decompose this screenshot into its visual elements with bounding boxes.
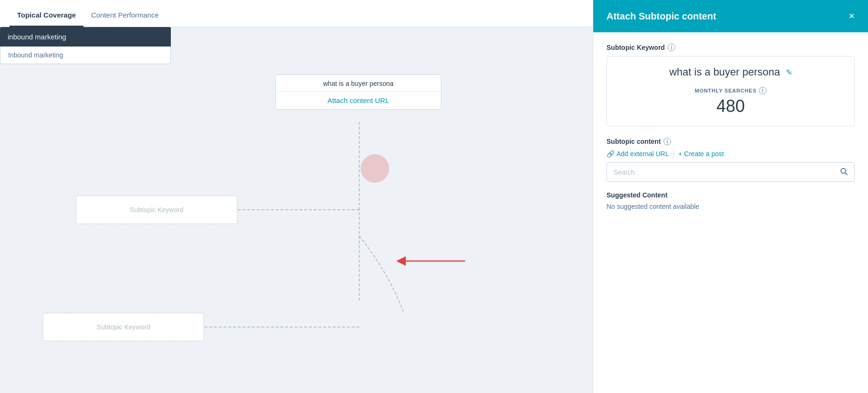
pillar-bar: inbound marketing xyxy=(0,27,171,47)
subtopic-keyword-label: Subtopic Keyword i xyxy=(607,44,855,51)
canvas: what is a buyer persona Attach content U… xyxy=(0,27,593,393)
search-icon xyxy=(840,168,848,175)
subtopic-content-section: Subtopic content i 🔗 Add external URL | … xyxy=(607,138,855,210)
add-external-url-link[interactable]: 🔗 Add external URL xyxy=(607,150,669,158)
no-suggestions-text: No suggested content available xyxy=(607,203,855,210)
keyword-card-text: what is a buyer persona ✎ xyxy=(616,66,845,78)
main-area: Topical Coverage Content Performance wha… xyxy=(0,0,593,393)
tabs-bar: Topical Coverage Content Performance xyxy=(0,0,593,27)
tab-content-performance[interactable]: Content Performance xyxy=(84,4,167,27)
keyword-card: what is a buyer persona ✎ MONTHLY SEARCH… xyxy=(607,56,855,126)
tab-topical-coverage[interactable]: Topical Coverage xyxy=(9,4,84,27)
monthly-searches-value: 480 xyxy=(616,96,845,116)
panel-header-title: Attach Subtopic content xyxy=(607,11,716,22)
subtopic-placeholder-bottom-label: Subtopic Keyword xyxy=(97,323,150,331)
keyword-value: what is a buyer persona xyxy=(669,66,780,78)
cursor-indicator xyxy=(361,154,389,183)
pillar-node: inbound marketing Inbound marketing xyxy=(0,27,171,64)
monthly-searches-info-icon[interactable]: i xyxy=(759,87,766,94)
suggested-content-label: Suggested Content xyxy=(607,191,855,199)
pillar-subtitle: Inbound marketing xyxy=(0,47,171,64)
plus-icon: + xyxy=(678,150,682,158)
search-button[interactable] xyxy=(833,163,854,181)
subtopic-placeholder-top-label: Subtopic Keyword xyxy=(130,206,184,214)
panel-header: Attach Subtopic content × xyxy=(593,0,868,32)
search-box xyxy=(607,162,855,182)
subtopic-keyword-info-icon[interactable]: i xyxy=(668,44,675,51)
subtopic-placeholder-bottom: Subtopic Keyword xyxy=(43,313,204,341)
link-icon: 🔗 xyxy=(607,150,615,158)
search-input[interactable] xyxy=(607,164,833,181)
panel-close-button[interactable]: × xyxy=(849,11,855,21)
buyer-persona-title: what is a buyer persona xyxy=(276,75,441,92)
create-post-link[interactable]: + Create a post xyxy=(678,150,724,158)
panel-body: Subtopic Keyword i what is a buyer perso… xyxy=(593,32,868,393)
buyer-persona-node: what is a buyer persona Attach content U… xyxy=(275,75,441,110)
right-panel: Attach Subtopic content × Subtopic Keywo… xyxy=(593,0,868,393)
subtopic-placeholder-top: Subtopic Keyword xyxy=(76,196,237,224)
red-arrow-left-annotation xyxy=(389,249,475,273)
subtopic-actions: 🔗 Add external URL | + Create a post xyxy=(607,150,855,158)
svg-line-6 xyxy=(845,173,847,175)
action-divider: | xyxy=(673,150,675,158)
monthly-searches-label: MONTHLY SEARCHES i xyxy=(616,87,845,94)
keyword-edit-icon[interactable]: ✎ xyxy=(786,68,792,77)
attach-content-url-link[interactable]: Attach content URL xyxy=(276,92,441,109)
subtopic-content-info-icon[interactable]: i xyxy=(663,138,671,145)
subtopic-content-label: Subtopic content i xyxy=(607,138,855,145)
